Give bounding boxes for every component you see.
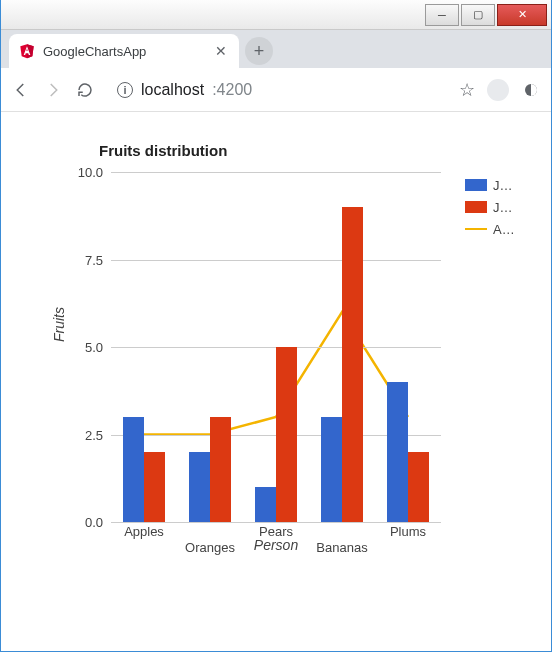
chart-bar[interactable] [210, 417, 231, 522]
y-tick-label: 10.0 [78, 165, 103, 180]
browser-tab[interactable]: GoogleChartsApp ✕ [9, 34, 239, 68]
forward-button[interactable] [43, 80, 63, 100]
chart-bar[interactable] [408, 452, 429, 522]
tab-bar: GoogleChartsApp ✕ + [1, 30, 551, 68]
url-host: localhost [141, 81, 204, 99]
angular-favicon-icon [19, 43, 35, 59]
gridline [111, 522, 441, 523]
window-close-button[interactable]: ✕ [497, 4, 547, 26]
tab-close-icon[interactable]: ✕ [213, 43, 229, 59]
chart-plot-area: 0.02.55.07.510.0ApplesOrangesPearsBanana… [111, 172, 441, 522]
chart-bar[interactable] [123, 417, 144, 522]
legend-swatch-icon [465, 201, 487, 213]
legend-swatch-icon [465, 179, 487, 191]
legend-label: A… [493, 222, 525, 237]
window-titlebar: ─ ▢ ✕ [1, 0, 551, 30]
legend-item: A… [465, 220, 525, 238]
y-tick-label: 2.5 [85, 427, 103, 442]
url-input[interactable]: i localhost:4200 [107, 75, 447, 105]
window-maximize-button[interactable]: ▢ [461, 4, 495, 26]
url-port: :4200 [212, 81, 252, 99]
extensions-icon[interactable] [521, 80, 541, 100]
chart-bar[interactable] [321, 417, 342, 522]
chart-bar[interactable] [387, 382, 408, 522]
y-axis-label: Fruits [51, 307, 67, 342]
y-tick-label: 5.0 [85, 340, 103, 355]
gridline [111, 172, 441, 173]
legend-item: J… [465, 198, 525, 216]
chart-bar[interactable] [144, 452, 165, 522]
chart-bar[interactable] [189, 452, 210, 522]
tab-title: GoogleChartsApp [43, 44, 205, 59]
gridline [111, 260, 441, 261]
legend-label: J… [493, 178, 525, 193]
profile-avatar-icon[interactable] [487, 79, 509, 101]
legend-line-icon [465, 228, 487, 230]
y-tick-label: 7.5 [85, 252, 103, 267]
browser-window: ─ ▢ ✕ GoogleChartsApp ✕ + i localhost:42… [0, 0, 552, 652]
site-info-icon[interactable]: i [117, 82, 133, 98]
x-axis-label: Person [111, 537, 441, 553]
chart-bar[interactable] [342, 207, 363, 522]
bookmark-star-icon[interactable]: ☆ [459, 79, 475, 101]
legend-label: J… [493, 200, 525, 215]
reload-button[interactable] [75, 80, 95, 100]
chart-legend: J… J… A… [465, 176, 525, 242]
legend-item: J… [465, 176, 525, 194]
y-tick-label: 0.0 [85, 515, 103, 530]
address-bar: i localhost:4200 ☆ [1, 68, 551, 112]
chart-bar[interactable] [276, 347, 297, 522]
chart-title: Fruits distribution [99, 142, 531, 159]
back-button[interactable] [11, 80, 31, 100]
chart-bar[interactable] [255, 487, 276, 522]
new-tab-button[interactable]: + [245, 37, 273, 65]
window-minimize-button[interactable]: ─ [425, 4, 459, 26]
chart-container: Fruits distribution Fruits 0.02.55.07.51… [21, 142, 531, 602]
page-content: Fruits distribution Fruits 0.02.55.07.51… [1, 112, 551, 602]
